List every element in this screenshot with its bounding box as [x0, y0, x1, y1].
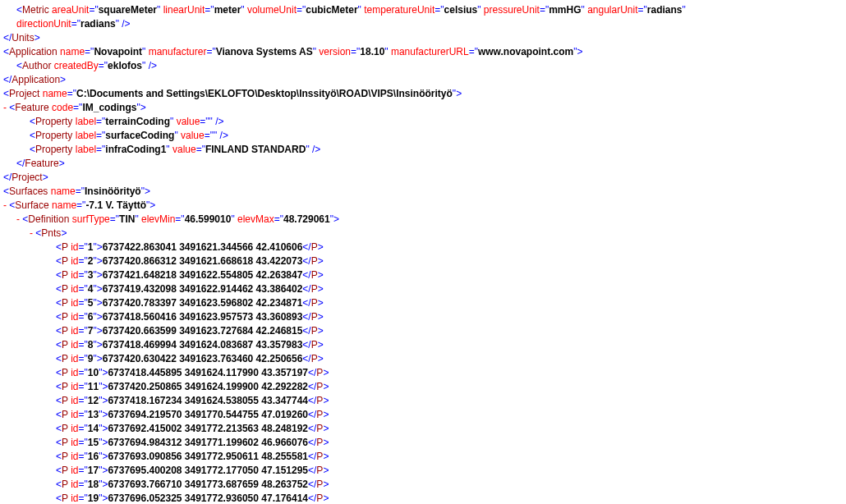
point-row: <P id="2">6737420.866312 3491621.668618 … — [56, 254, 843, 268]
point-row: <P id="4">6737419.432098 3491622.914462 … — [56, 282, 843, 296]
application-close: </Application> — [3, 73, 843, 87]
application-open: <Application name="Novapoint" manufactur… — [3, 45, 843, 59]
project-close: </Project> — [3, 171, 843, 185]
xml-tree-view: <Metric areaUnit="squareMeter" linearUni… — [3, 3, 843, 504]
point-row: <P id="13">6737694.219570 3491770.544755… — [56, 408, 843, 422]
point-row: <P id="14">6737692.415002 3491772.213563… — [56, 422, 843, 436]
point-row: <P id="19">6737696.052325 3491772.936050… — [56, 492, 843, 504]
point-row: <P id="7">6737420.663599 3491623.727684 … — [56, 324, 843, 338]
collapse-toggle[interactable]: - — [16, 213, 20, 225]
author-element: <Author createdBy="eklofos" /> — [16, 59, 843, 73]
point-row: <P id="6">6737418.560416 3491623.957573 … — [56, 310, 843, 324]
feature-close: </Feature> — [16, 157, 843, 171]
point-row: <P id="18">6737693.766710 3491773.687659… — [56, 478, 843, 492]
metric-element-cont: directionUnit="radians" /> — [16, 17, 843, 31]
collapse-toggle[interactable]: - — [3, 199, 7, 211]
point-row: <P id="3">6737421.648218 3491622.554805 … — [56, 268, 843, 282]
point-row: <P id="9">6737420.630422 3491623.763460 … — [56, 352, 843, 366]
point-row: <P id="16">6737693.090856 3491772.950611… — [56, 450, 843, 464]
project-open: <Project name="C:\Documents and Settings… — [3, 87, 843, 101]
point-row: <P id="5">6737420.783397 3491623.596802 … — [56, 296, 843, 310]
point-row: <P id="1">6737422.863041 3491621.344566 … — [56, 241, 843, 254]
point-row: <P id="10">6737418.445895 3491624.117990… — [56, 366, 843, 380]
pnts-open: - <Pnts> — [30, 227, 843, 241]
feature-open: - <Feature code="IM_codings"> — [3, 101, 843, 115]
collapse-toggle[interactable]: - — [3, 102, 7, 113]
units-close: </Units> — [3, 31, 843, 45]
property-terrain: <Property label="terrainCoding" value=""… — [30, 115, 843, 129]
point-row: <P id="11">6737420.250865 3491624.199900… — [56, 380, 843, 394]
collapse-toggle[interactable]: - — [30, 227, 33, 239]
property-infra: <Property label="infraCoding1" value="FI… — [30, 143, 843, 157]
property-surface: <Property label="surfaceCoding" value=""… — [30, 129, 843, 143]
point-row: <P id="17">6737695.400208 3491772.177050… — [56, 464, 843, 478]
definition-open: - <Definition surfType="TIN" elevMin="46… — [16, 213, 843, 227]
point-row: <P id="12">6737418.167234 3491624.538055… — [56, 394, 843, 408]
point-row: <P id="8">6737418.469994 3491624.083687 … — [56, 338, 843, 352]
surfaces-open: <Surfaces name="Insinöörityö"> — [3, 185, 843, 199]
metric-element: <Metric areaUnit="squareMeter" linearUni… — [16, 3, 843, 17]
surface-open: - <Surface name="-7.1 V. Täyttö"> — [3, 199, 843, 213]
point-row: <P id="15">6737694.984312 3491771.199602… — [56, 436, 843, 450]
